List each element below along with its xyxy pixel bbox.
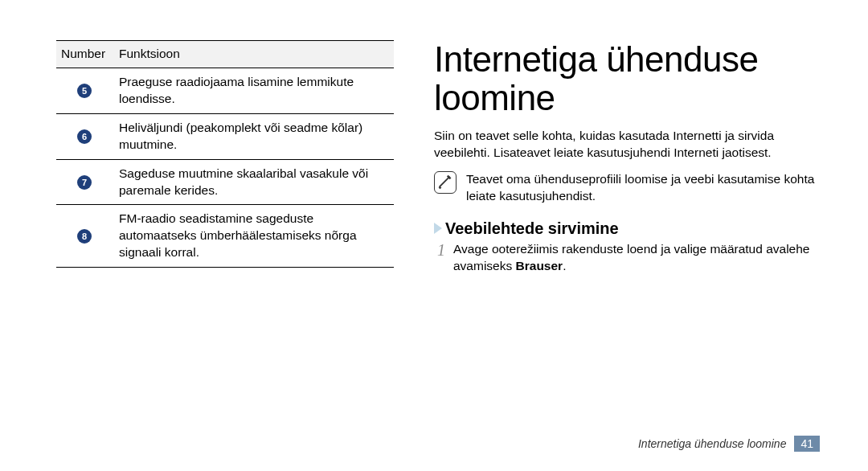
table-row: 5 Praeguse raadiojaama lisamine lemmikut…: [56, 68, 394, 113]
subheading-row: Veebilehtede sirvimine: [434, 219, 820, 238]
note-icon: [434, 171, 457, 194]
footer-section-label: Internetiga ühenduse loomine: [638, 437, 786, 450]
function-cell: Praeguse raadiojaama lisamine lemmikute …: [114, 68, 394, 113]
step-text-pre: Avage ooterežiimis rakenduste loend ja v…: [453, 242, 809, 272]
step-body: Avage ooterežiimis rakenduste loend ja v…: [453, 241, 820, 275]
table-row: 8 FM-raadio seadistamine sageduste autom…: [56, 205, 394, 268]
table-header-function: Funktsioon: [114, 41, 394, 68]
left-column: Number Funktsioon 5 Praeguse raadiojaama…: [56, 40, 394, 275]
subheading: Veebilehtede sirvimine: [445, 219, 619, 238]
number-badge: 8: [77, 229, 92, 244]
note-block: Teavet oma ühenduseprofiili loomise ja v…: [434, 171, 820, 205]
function-cell: Heliväljundi (peakomplekt või seadme kõl…: [114, 113, 394, 159]
step-1: 1 Avage ooterežiimis rakenduste loend ja…: [437, 241, 820, 275]
function-cell: FM-raadio seadistamine sageduste automaa…: [114, 205, 394, 268]
section-heading: Internetiga ühenduse loomine: [434, 40, 820, 117]
step-number: 1: [437, 241, 445, 275]
chevron-right-icon: [434, 223, 442, 234]
step-text-bold: Brauser: [516, 259, 563, 272]
function-table: Number Funktsioon 5 Praeguse raadiojaama…: [56, 40, 394, 268]
table-header-number: Number: [56, 41, 114, 68]
page-number: 41: [794, 436, 820, 452]
function-cell: Sageduse muutmine skaalaribal vasakule v…: [114, 159, 394, 205]
table-row: 7 Sageduse muutmine skaalaribal vasakule…: [56, 159, 394, 205]
page-footer: Internetiga ühenduse loomine 41: [638, 436, 820, 452]
number-badge: 5: [77, 84, 92, 98]
right-column: Internetiga ühenduse loomine Siin on tea…: [434, 40, 820, 275]
table-row: 6 Heliväljundi (peakomplekt või seadme k…: [56, 113, 394, 159]
step-text-post: .: [563, 259, 566, 272]
number-badge: 6: [77, 129, 92, 144]
lead-paragraph: Siin on teavet selle kohta, kuidas kasut…: [434, 128, 820, 162]
note-text: Teavet oma ühenduseprofiili loomise ja v…: [466, 171, 820, 205]
number-badge: 7: [77, 175, 92, 190]
